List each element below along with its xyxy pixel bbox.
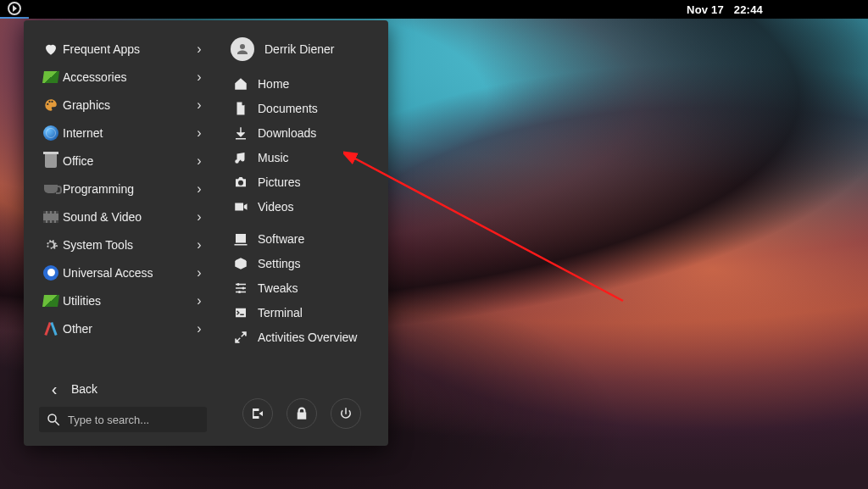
map-icon: [42, 71, 59, 83]
svg-point-2: [237, 283, 240, 286]
chevron-right-icon: [193, 153, 205, 169]
power-button[interactable]: [331, 398, 361, 429]
system-label: Settings: [258, 257, 301, 270]
logout-button[interactable]: [242, 398, 273, 429]
category-label: Universal Access: [63, 266, 193, 280]
software-icon: [233, 231, 248, 247]
category-label: Programming: [63, 182, 193, 196]
place-label: Music: [258, 151, 289, 164]
clock[interactable]: Nov 17 22:44: [683, 3, 766, 16]
category-label: Sound & Video: [63, 210, 193, 224]
category-programming[interactable]: Programming: [36, 175, 210, 202]
svg-point-0: [48, 414, 56, 422]
category-graphics[interactable]: Graphics: [36, 92, 210, 118]
category-sound-video[interactable]: Sound & Video: [36, 203, 210, 230]
place-documents[interactable]: Documents: [227, 97, 378, 119]
home-icon: [233, 76, 248, 92]
session-actions: [225, 398, 378, 434]
category-label: Accessories: [63, 70, 193, 84]
document-icon: [233, 101, 248, 116]
back-button[interactable]: Back: [39, 376, 207, 402]
category-frequent-apps[interactable]: Frequent Apps: [36, 36, 210, 62]
svg-point-3: [242, 287, 245, 290]
place-music[interactable]: Music: [227, 147, 378, 169]
palette-icon: [43, 97, 58, 113]
music-icon: [233, 150, 248, 165]
system-label: Software: [258, 232, 304, 246]
accessibility-icon: [43, 265, 58, 281]
system-label: Activities Overview: [258, 331, 357, 344]
video-icon: [233, 199, 248, 214]
menu-categories-column: Frequent Apps Accessories Graphics Inter…: [24, 20, 219, 446]
category-label: System Tools: [63, 238, 193, 252]
svg-point-4: [238, 291, 241, 293]
place-label: Home: [258, 77, 289, 91]
place-downloads[interactable]: Downloads: [227, 122, 378, 144]
terminal-icon: [233, 305, 248, 320]
place-pictures[interactable]: Pictures: [227, 171, 378, 193]
user-name: Derrik Diener: [264, 42, 334, 56]
menu-shortcuts-column: Derrik Diener Home Documents Downloads M…: [219, 20, 388, 446]
user-row[interactable]: Derrik Diener: [225, 36, 378, 73]
category-utilities[interactable]: Utilities: [36, 287, 210, 314]
camera-icon: [233, 175, 248, 190]
chevron-left-icon: [46, 380, 63, 399]
svg-line-1: [55, 421, 59, 425]
place-home[interactable]: Home: [227, 73, 378, 95]
top-bar: Nov 17 22:44: [0, 0, 868, 19]
system-list: Software Settings Tweaks Terminal Activi…: [225, 228, 378, 348]
search-input[interactable]: [68, 414, 210, 426]
search-field[interactable]: [39, 407, 207, 432]
back-label: Back: [71, 382, 97, 396]
download-icon: [233, 125, 248, 141]
place-label: Pictures: [258, 175, 301, 189]
places-list: Home Documents Downloads Music Pictures …: [225, 73, 378, 218]
place-label: Downloads: [258, 126, 316, 140]
system-tweaks[interactable]: Tweaks: [227, 277, 378, 299]
system-software[interactable]: Software: [227, 228, 378, 250]
clock-time: 22:44: [731, 3, 766, 16]
category-office[interactable]: Office: [36, 147, 210, 174]
distro-logo-icon: [8, 2, 21, 15]
category-other[interactable]: Other: [36, 315, 210, 342]
activities-button[interactable]: [0, 0, 29, 19]
place-label: Documents: [258, 102, 318, 115]
system-activities-overview[interactable]: Activities Overview: [227, 326, 378, 348]
avatar: [231, 37, 254, 61]
system-label: Tweaks: [258, 281, 298, 295]
category-internet[interactable]: Internet: [36, 119, 210, 146]
power-icon: [338, 406, 353, 421]
settings-icon: [233, 256, 248, 271]
place-label: Videos: [258, 200, 294, 214]
lock-button[interactable]: [287, 398, 317, 429]
heart-icon: [43, 42, 58, 57]
chevron-right-icon: [193, 69, 205, 85]
chevron-right-icon: [193, 181, 205, 197]
place-videos[interactable]: Videos: [227, 196, 378, 218]
map-icon: [42, 295, 59, 307]
chevron-right-icon: [193, 265, 205, 281]
category-universal-access[interactable]: Universal Access: [36, 259, 210, 286]
system-settings[interactable]: Settings: [227, 253, 378, 275]
trash-icon: [45, 154, 57, 168]
category-accessories[interactable]: Accessories: [36, 64, 210, 90]
chevron-right-icon: [193, 209, 205, 225]
film-icon: [43, 211, 58, 223]
clock-date: Nov 17: [683, 3, 727, 16]
category-label: Other: [63, 322, 193, 336]
chevron-right-icon: [193, 321, 205, 336]
system-label: Terminal: [258, 306, 303, 320]
category-system-tools[interactable]: System Tools: [36, 231, 210, 258]
overview-icon: [233, 330, 248, 345]
lock-icon: [294, 406, 309, 421]
category-label: Graphics: [63, 98, 193, 112]
category-list: Frequent Apps Accessories Graphics Inter…: [36, 36, 210, 342]
user-icon: [235, 42, 250, 57]
tools-icon: [44, 322, 58, 336]
coffee-icon: [44, 185, 58, 193]
category-label: Utilities: [63, 294, 193, 308]
category-label: Office: [63, 154, 193, 168]
category-label: Internet: [63, 126, 193, 140]
system-terminal[interactable]: Terminal: [227, 302, 378, 324]
globe-icon: [43, 125, 58, 141]
